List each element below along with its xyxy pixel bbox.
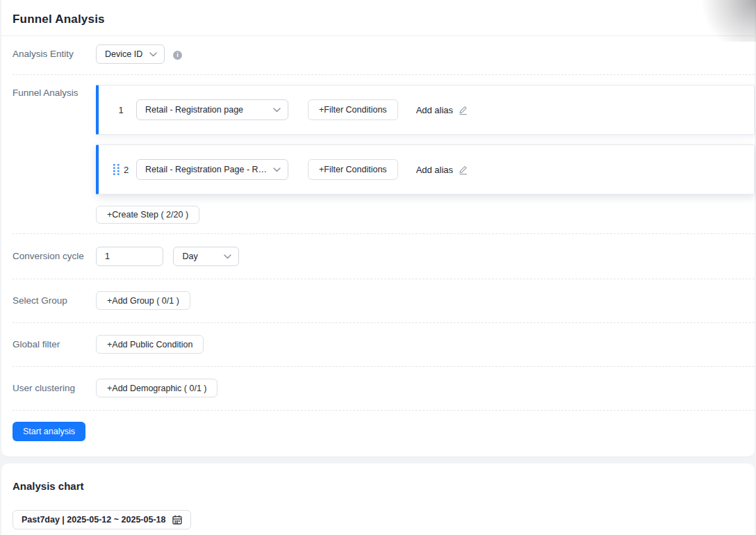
edit-pencil-icon <box>458 165 468 175</box>
info-circle-icon[interactable]: i <box>173 51 182 60</box>
step-event-select[interactable]: Retail - Registration Page - Regi... <box>136 159 288 180</box>
step-number: 2 <box>124 165 129 175</box>
add-group-button[interactable]: +Add Group ( 0/1 ) <box>96 291 190 310</box>
chevron-down-icon <box>224 254 231 259</box>
funnel-step-2: 2 Retail - Registration Page - Regi... +… <box>96 145 755 195</box>
add-public-condition-button[interactable]: +Add Public Condition <box>96 335 204 354</box>
add-alias-label: Add alias <box>416 105 453 115</box>
analysis-entity-select[interactable]: Device ID <box>96 44 165 64</box>
calendar-icon <box>172 515 182 525</box>
global-filter-label: Global filter <box>13 335 96 354</box>
chevron-down-icon <box>149 52 157 57</box>
chevron-down-icon <box>273 108 281 113</box>
add-alias-button[interactable]: Add alias <box>416 105 468 115</box>
analysis-entity-row: Analysis Entity Device ID i <box>13 36 755 75</box>
page-title: Funnel Analysis <box>1 0 755 35</box>
global-filter-row: Global filter +Add Public Condition <box>13 323 755 367</box>
conversion-cycle-input[interactable] <box>96 247 163 266</box>
select-group-label: Select Group <box>13 291 96 311</box>
chevron-down-icon <box>273 167 281 172</box>
date-range-picker[interactable]: Past7day | 2025-05-12 ~ 2025-05-18 <box>13 510 191 529</box>
add-demographic-button[interactable]: +Add Demographic ( 0/1 ) <box>96 379 217 397</box>
analysis-entity-value: Device ID <box>105 49 142 59</box>
cycle-unit-select[interactable]: Day <box>173 247 239 266</box>
step-number: 1 <box>118 105 123 115</box>
user-clustering-label: User clustering <box>13 379 96 398</box>
analysis-entity-label: Analysis Entity <box>13 44 96 64</box>
filter-conditions-button[interactable]: +Filter Conditions <box>308 99 398 120</box>
step-event-select[interactable]: Retail - Registration page <box>136 99 288 120</box>
funnel-steps-row: Funnel Analysis 1 Retail - Registration … <box>13 75 755 234</box>
analysis-chart-title: Analysis chart <box>13 480 743 492</box>
add-alias-button[interactable]: Add alias <box>416 165 468 175</box>
conversion-cycle-label: Conversion cycle <box>13 247 96 266</box>
cycle-unit-value: Day <box>182 252 197 261</box>
user-clustering-row: User clustering +Add Demographic ( 0/1 ) <box>13 367 755 411</box>
drag-handle-icon[interactable] <box>113 164 120 175</box>
funnel-config-card: Funnel Analysis Analysis Entity Device I… <box>1 0 755 457</box>
funnel-step-1: 1 Retail - Registration page +Filter Con… <box>96 85 755 135</box>
step-event-value: Retail - Registration page <box>145 105 243 115</box>
create-step-button[interactable]: +Create Step ( 2/20 ) <box>96 206 199 224</box>
start-analysis-button[interactable]: Start analysis <box>13 422 85 441</box>
edit-pencil-icon <box>458 105 468 115</box>
analysis-chart-card: Analysis chart Past7day | 2025-05-12 ~ 2… <box>1 463 755 535</box>
add-alias-label: Add alias <box>416 165 453 175</box>
conversion-cycle-row: Conversion cycle Day <box>13 234 755 279</box>
filter-conditions-button[interactable]: +Filter Conditions <box>308 159 398 180</box>
step-event-value: Retail - Registration Page - Regi... <box>145 165 268 174</box>
date-range-value: Past7day | 2025-05-12 ~ 2025-05-18 <box>22 515 165 525</box>
funnel-steps-label: Funnel Analysis <box>13 85 96 100</box>
select-group-row: Select Group +Add Group ( 0/1 ) <box>13 279 755 323</box>
